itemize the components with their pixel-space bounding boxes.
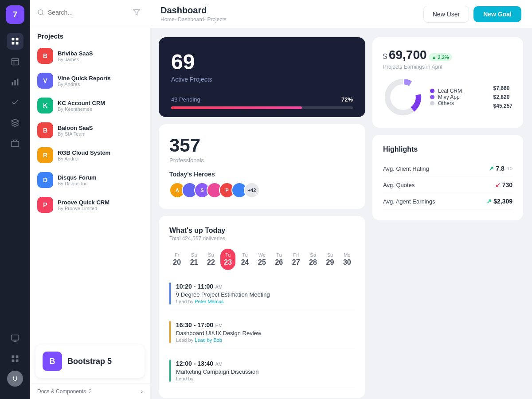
calendar-day[interactable]: Tu24 bbox=[237, 249, 252, 270]
legend-dot bbox=[430, 95, 434, 99]
list-item[interactable]: K KC Account CRM By Keenthemes bbox=[34, 93, 146, 118]
sidebar-item-chart[interactable] bbox=[7, 74, 23, 90]
sidebar-item-grid[interactable] bbox=[7, 33, 23, 50]
project-by: By Proove Limited bbox=[58, 206, 110, 211]
heroes-more: +42 bbox=[244, 182, 260, 198]
project-icon: P bbox=[37, 197, 53, 213]
sidebar-item-layout[interactable] bbox=[7, 53, 23, 70]
heroes-section: Today's Heroes ASP+42 bbox=[169, 171, 355, 198]
events-list: 10:20 - 11:00 AM 9 Degree Project Estima… bbox=[169, 277, 355, 387]
legend-value: $2,820 bbox=[493, 94, 512, 100]
list-item[interactable]: B Baloon SaaS By SIA Team bbox=[34, 118, 146, 143]
calendar-day[interactable]: Su22 bbox=[203, 249, 219, 270]
new-goal-button[interactable]: New Goal bbox=[473, 6, 521, 22]
event-time: 10:20 - 11:00 bbox=[176, 283, 213, 290]
earnings-legend: Leaf CRM Mivy App Others bbox=[430, 88, 483, 106]
svg-rect-16 bbox=[16, 356, 19, 358]
event-item: 16:30 - 17:00 PM Dashboard UI/UX Design … bbox=[169, 316, 355, 349]
svg-rect-12 bbox=[12, 335, 19, 340]
svg-rect-11 bbox=[12, 141, 19, 147]
calendar-day[interactable]: Fri27 bbox=[289, 249, 304, 270]
highlight-row: Avg. Agent Earnings ↗ $2,309 bbox=[383, 193, 512, 210]
sidebar: 7 U bbox=[0, 0, 30, 399]
project-by: By Keenthemes bbox=[58, 106, 105, 112]
calendar-day[interactable]: Su29 bbox=[322, 249, 337, 270]
event-lead: Lead by Lead by Bob bbox=[176, 337, 261, 343]
list-item[interactable]: P Proove Quick CRM By Proove Limited bbox=[34, 192, 146, 217]
title-area: Dashboard Home- Dashboard- Projects bbox=[160, 5, 227, 23]
svg-rect-0 bbox=[12, 38, 15, 41]
sidebar-item-briefcase[interactable] bbox=[7, 135, 23, 152]
event-item: 10:20 - 11:00 AM 9 Degree Project Estima… bbox=[169, 277, 355, 310]
legend-label: Mivy App bbox=[438, 94, 460, 100]
calendar-day[interactable]: We25 bbox=[254, 249, 270, 270]
earnings-values: $7,660$2,820$45,257 bbox=[493, 85, 512, 109]
donut-area: Leaf CRM Mivy App Others $7,660$2,820$45… bbox=[383, 77, 512, 117]
svg-rect-7 bbox=[12, 82, 13, 86]
list-item[interactable]: B Briviba SaaS By James bbox=[34, 43, 146, 68]
calendar-day[interactable]: Tu23 bbox=[220, 249, 235, 270]
svg-rect-2 bbox=[12, 42, 15, 45]
event-time: 16:30 - 17:00 bbox=[176, 321, 213, 329]
trend-icon: ↙ bbox=[495, 181, 501, 188]
calendar-row: Fr20Sa21Su22Tu23Tu24We25Tu26Fri27Sa28Su2… bbox=[169, 249, 355, 270]
dashboard-right: $ 69,700 ▲ 2.2% Projects Earnings in Apr… bbox=[372, 37, 523, 390]
progress-bar-bg bbox=[171, 106, 353, 109]
list-item[interactable]: D Disqus Forum By Disqus Inc. bbox=[34, 168, 146, 192]
calendar-day[interactable]: Mo30 bbox=[340, 249, 355, 270]
event-lead: Lead by bbox=[176, 376, 258, 381]
project-by: By SIA Team bbox=[58, 131, 93, 137]
event-ampm: AM bbox=[215, 361, 223, 367]
schedule-subtitle: Total 424,567 deliveries bbox=[169, 235, 355, 242]
svg-point-19 bbox=[38, 10, 43, 15]
legend-item: Others bbox=[430, 100, 483, 106]
project-name: Briviba SaaS bbox=[58, 50, 93, 57]
calendar-day[interactable]: Sa21 bbox=[186, 249, 201, 270]
dollar-sign: $ bbox=[383, 53, 387, 61]
project-name: Baloon SaaS bbox=[58, 125, 93, 131]
new-user-button[interactable]: New User bbox=[423, 6, 469, 23]
project-by: By James bbox=[58, 57, 93, 62]
event-lead: Lead by Peter Marcus bbox=[176, 299, 270, 304]
highlight-value: ↙ 730 bbox=[495, 181, 512, 188]
projects-label: Projects bbox=[30, 25, 150, 43]
event-item: 12:00 - 13:40 AM Marketing Campaign Disc… bbox=[169, 354, 355, 387]
sidebar-item-grid2[interactable] bbox=[7, 350, 23, 367]
project-by: By Andres bbox=[58, 82, 111, 87]
legend-value: $45,257 bbox=[493, 103, 512, 109]
sidebar-item-layers[interactable] bbox=[7, 114, 23, 131]
svg-rect-3 bbox=[16, 42, 19, 45]
docs-bar[interactable]: Docs & Components 2 › bbox=[30, 383, 150, 399]
project-icon: V bbox=[37, 73, 53, 89]
highlight-value: ↗ $2,309 bbox=[486, 198, 512, 205]
list-item[interactable]: V Vine Quick Reports By Andres bbox=[34, 68, 146, 93]
calendar-day[interactable]: Sa28 bbox=[305, 249, 321, 270]
svg-line-20 bbox=[42, 14, 43, 15]
filter-button[interactable] bbox=[130, 6, 143, 19]
professionals-label: Professionals bbox=[169, 157, 355, 164]
list-item[interactable]: R RGB Cloud System By Andrei bbox=[34, 143, 146, 168]
event-person-link[interactable]: Peter Marcus bbox=[195, 299, 223, 304]
project-name: KC Account CRM bbox=[58, 100, 105, 106]
project-list: B Briviba SaaS By James V Vine Quick Rep… bbox=[30, 43, 150, 339]
search-input[interactable] bbox=[48, 9, 127, 16]
user-avatar[interactable]: U bbox=[7, 371, 23, 387]
event-person-link[interactable]: Lead by Bob bbox=[195, 337, 222, 343]
projects-panel: Projects B Briviba SaaS By James V Vine … bbox=[30, 0, 150, 399]
highlight-label: Avg. Agent Earnings bbox=[383, 198, 435, 205]
sidebar-item-check[interactable] bbox=[7, 94, 23, 111]
sidebar-bottom: U bbox=[7, 330, 23, 394]
legend-dot bbox=[430, 89, 434, 93]
bootstrap-title: Bootstrap 5 bbox=[67, 357, 112, 366]
project-icon: R bbox=[37, 147, 53, 163]
app-avatar[interactable]: 7 bbox=[6, 5, 24, 24]
earnings-amount: $ 69,700 ▲ 2.2% bbox=[383, 48, 512, 62]
calendar-day[interactable]: Tu26 bbox=[271, 249, 286, 270]
calendar-day[interactable]: Fr20 bbox=[169, 249, 184, 270]
progress-bar-fill bbox=[171, 106, 302, 109]
sidebar-item-widget[interactable] bbox=[7, 330, 23, 347]
professionals-card: 357 Professionals Today's Heroes ASP+42 bbox=[159, 124, 365, 209]
growth-badge: ▲ 2.2% bbox=[429, 53, 452, 61]
project-name: RGB Cloud System bbox=[58, 149, 110, 156]
page-title: Dashboard bbox=[160, 5, 227, 16]
